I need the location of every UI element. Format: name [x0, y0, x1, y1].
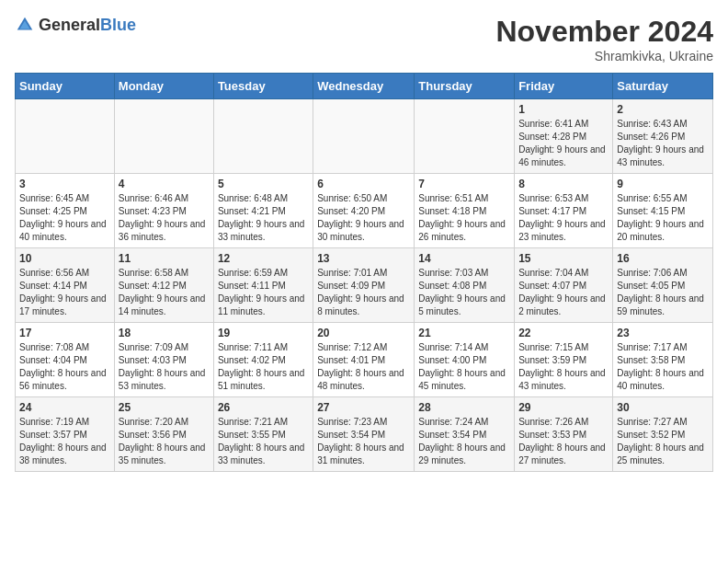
day-of-week-header: Wednesday [313, 74, 415, 99]
day-info: Sunrise: 6:41 AM Sunset: 4:28 PM Dayligh… [518, 118, 609, 169]
day-number: 25 [119, 401, 210, 414]
month-title: November 2024 [495, 15, 713, 49]
day-info: Sunrise: 7:04 AM Sunset: 4:07 PM Dayligh… [518, 267, 609, 318]
day-info: Sunrise: 6:59 AM Sunset: 4:11 PM Dayligh… [218, 267, 309, 318]
calendar-cell: 7Sunrise: 6:51 AM Sunset: 4:18 PM Daylig… [415, 174, 515, 248]
day-info: Sunrise: 7:08 AM Sunset: 4:04 PM Dayligh… [19, 341, 110, 393]
calendar-cell: 20Sunrise: 7:12 AM Sunset: 4:01 PM Dayli… [313, 323, 415, 397]
day-info: Sunrise: 6:48 AM Sunset: 4:21 PM Dayligh… [218, 192, 309, 244]
calendar-cell: 6Sunrise: 6:50 AM Sunset: 4:20 PM Daylig… [313, 174, 415, 248]
day-number: 20 [317, 327, 410, 339]
day-info: Sunrise: 7:23 AM Sunset: 3:54 PM Dayligh… [317, 416, 410, 467]
calendar-table: SundayMondayTuesdayWednesdayThursdayFrid… [15, 73, 713, 472]
day-info: Sunrise: 7:12 AM Sunset: 4:01 PM Dayligh… [317, 341, 410, 393]
calendar-cell: 12Sunrise: 6:59 AM Sunset: 4:11 PM Dayli… [213, 248, 313, 323]
calendar-week-row: 3Sunrise: 6:45 AM Sunset: 4:25 PM Daylig… [16, 174, 713, 248]
title-block: November 2024 Shramkivka, Ukraine [495, 15, 713, 63]
day-of-week-header: Sunday [16, 74, 115, 99]
calendar-week-row: 17Sunrise: 7:08 AM Sunset: 4:04 PM Dayli… [16, 323, 713, 397]
day-info: Sunrise: 6:58 AM Sunset: 4:12 PM Dayligh… [119, 267, 210, 318]
day-info: Sunrise: 6:45 AM Sunset: 4:25 PM Dayligh… [19, 192, 110, 244]
day-number: 23 [617, 327, 709, 339]
day-info: Sunrise: 6:46 AM Sunset: 4:23 PM Dayligh… [119, 192, 210, 244]
day-of-week-header: Friday [515, 74, 613, 99]
day-info: Sunrise: 7:19 AM Sunset: 3:57 PM Dayligh… [19, 416, 110, 467]
calendar-cell: 27Sunrise: 7:23 AM Sunset: 3:54 PM Dayli… [313, 397, 415, 472]
day-info: Sunrise: 6:50 AM Sunset: 4:20 PM Dayligh… [317, 192, 410, 244]
day-info: Sunrise: 6:56 AM Sunset: 4:14 PM Dayligh… [19, 267, 110, 318]
day-number: 12 [218, 252, 309, 265]
calendar-cell [16, 99, 115, 174]
day-of-week-header: Thursday [415, 74, 515, 99]
day-info: Sunrise: 7:15 AM Sunset: 3:59 PM Dayligh… [518, 341, 609, 393]
calendar-cell: 1Sunrise: 6:41 AM Sunset: 4:28 PM Daylig… [515, 99, 613, 174]
calendar-cell: 30Sunrise: 7:27 AM Sunset: 3:52 PM Dayli… [613, 397, 713, 472]
day-info: Sunrise: 6:53 AM Sunset: 4:17 PM Dayligh… [518, 192, 609, 244]
calendar-cell: 10Sunrise: 6:56 AM Sunset: 4:14 PM Dayli… [16, 248, 115, 323]
day-info: Sunrise: 6:43 AM Sunset: 4:26 PM Dayligh… [617, 118, 709, 169]
day-number: 3 [19, 178, 110, 190]
logo-general: GeneralBlue [39, 16, 136, 35]
calendar-cell: 24Sunrise: 7:19 AM Sunset: 3:57 PM Dayli… [16, 397, 115, 472]
calendar-cell: 13Sunrise: 7:01 AM Sunset: 4:09 PM Dayli… [313, 248, 415, 323]
day-number: 10 [19, 252, 110, 265]
day-info: Sunrise: 6:55 AM Sunset: 4:15 PM Dayligh… [617, 192, 709, 244]
day-number: 22 [518, 327, 609, 339]
day-info: Sunrise: 7:20 AM Sunset: 3:56 PM Dayligh… [119, 416, 210, 467]
calendar-cell: 15Sunrise: 7:04 AM Sunset: 4:07 PM Dayli… [515, 248, 613, 323]
calendar-cell: 8Sunrise: 6:53 AM Sunset: 4:17 PM Daylig… [515, 174, 613, 248]
day-number: 27 [317, 401, 410, 414]
calendar-cell: 11Sunrise: 6:58 AM Sunset: 4:12 PM Dayli… [114, 248, 213, 323]
calendar-header-row: SundayMondayTuesdayWednesdayThursdayFrid… [16, 74, 713, 99]
calendar-cell: 17Sunrise: 7:08 AM Sunset: 4:04 PM Dayli… [16, 323, 115, 397]
day-number: 18 [119, 327, 210, 339]
calendar-cell [415, 99, 515, 174]
day-info: Sunrise: 7:06 AM Sunset: 4:05 PM Dayligh… [617, 267, 709, 318]
calendar-cell: 4Sunrise: 6:46 AM Sunset: 4:23 PM Daylig… [114, 174, 213, 248]
calendar-cell: 29Sunrise: 7:26 AM Sunset: 3:53 PM Dayli… [515, 397, 613, 472]
calendar-cell [114, 99, 213, 174]
day-number: 8 [518, 178, 609, 190]
day-number: 13 [317, 252, 410, 265]
day-info: Sunrise: 7:17 AM Sunset: 3:58 PM Dayligh… [617, 341, 709, 393]
day-number: 16 [617, 252, 709, 265]
day-info: Sunrise: 7:11 AM Sunset: 4:02 PM Dayligh… [218, 341, 309, 393]
day-number: 24 [19, 401, 110, 414]
day-info: Sunrise: 7:26 AM Sunset: 3:53 PM Dayligh… [518, 416, 609, 467]
logo-icon [15, 15, 35, 35]
day-info: Sunrise: 7:21 AM Sunset: 3:55 PM Dayligh… [218, 416, 309, 467]
location-subtitle: Shramkivka, Ukraine [495, 49, 713, 63]
day-number: 26 [218, 401, 309, 414]
day-number: 30 [617, 401, 709, 414]
calendar-cell: 26Sunrise: 7:21 AM Sunset: 3:55 PM Dayli… [213, 397, 313, 472]
day-number: 9 [617, 178, 709, 190]
day-number: 14 [418, 252, 510, 265]
day-number: 28 [418, 401, 510, 414]
day-number: 2 [617, 103, 709, 116]
day-number: 29 [518, 401, 609, 414]
page-header: GeneralBlue November 2024 Shramkivka, Uk… [15, 15, 713, 63]
day-number: 6 [317, 178, 410, 190]
day-number: 7 [418, 178, 510, 190]
calendar-cell: 21Sunrise: 7:14 AM Sunset: 4:00 PM Dayli… [415, 323, 515, 397]
day-info: Sunrise: 7:24 AM Sunset: 3:54 PM Dayligh… [418, 416, 510, 467]
calendar-cell: 9Sunrise: 6:55 AM Sunset: 4:15 PM Daylig… [613, 174, 713, 248]
calendar-week-row: 24Sunrise: 7:19 AM Sunset: 3:57 PM Dayli… [16, 397, 713, 472]
day-info: Sunrise: 7:03 AM Sunset: 4:08 PM Dayligh… [418, 267, 510, 318]
day-info: Sunrise: 7:27 AM Sunset: 3:52 PM Dayligh… [617, 416, 709, 467]
calendar-cell: 16Sunrise: 7:06 AM Sunset: 4:05 PM Dayli… [613, 248, 713, 323]
day-number: 19 [218, 327, 309, 339]
day-number: 11 [119, 252, 210, 265]
calendar-cell: 18Sunrise: 7:09 AM Sunset: 4:03 PM Dayli… [114, 323, 213, 397]
day-number: 21 [418, 327, 510, 339]
calendar-cell: 28Sunrise: 7:24 AM Sunset: 3:54 PM Dayli… [415, 397, 515, 472]
calendar-cell: 14Sunrise: 7:03 AM Sunset: 4:08 PM Dayli… [415, 248, 515, 323]
calendar-week-row: 10Sunrise: 6:56 AM Sunset: 4:14 PM Dayli… [16, 248, 713, 323]
day-number: 5 [218, 178, 309, 190]
calendar-cell: 19Sunrise: 7:11 AM Sunset: 4:02 PM Dayli… [213, 323, 313, 397]
calendar-cell [213, 99, 313, 174]
calendar-week-row: 1Sunrise: 6:41 AM Sunset: 4:28 PM Daylig… [16, 99, 713, 174]
day-number: 17 [19, 327, 110, 339]
day-of-week-header: Monday [114, 74, 213, 99]
day-info: Sunrise: 7:09 AM Sunset: 4:03 PM Dayligh… [119, 341, 210, 393]
